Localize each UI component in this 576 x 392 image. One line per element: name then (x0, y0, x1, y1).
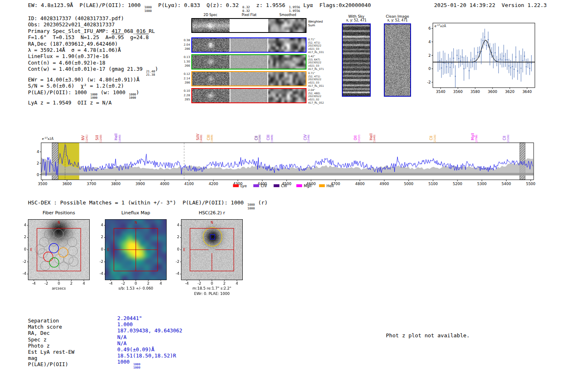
match-table-row: RA, Dec187.039438, 49.643062 (28, 330, 182, 336)
match-table-row: P(LAE)/P(OII)1000 10001000 (28, 361, 182, 371)
hsc-caption-mag: m:18.5 re:1.7" s:2.2" (173, 286, 251, 290)
axis-tick-label: 0 (96, 247, 103, 251)
svg-text:(1640): (1640) (118, 135, 121, 143)
spec2d-row (191, 37, 307, 53)
fiber-circle (59, 262, 69, 271)
svg-text:3800: 3800 (111, 182, 121, 186)
svg-text:(1260): (1260) (99, 135, 102, 143)
svg-text:(2326): (2326) (433, 135, 436, 143)
fiber-circle (69, 257, 78, 266)
detection-info-block: ID: 4028317337 (4028317337.pdf)Obs: 2023… (28, 15, 158, 106)
svg-text:(2798): (2798) (475, 135, 478, 143)
legend-swatch (296, 184, 302, 187)
svg-text:3620: 3620 (505, 90, 515, 94)
axis-tick-label: 0 (55, 281, 63, 285)
catalog-match-table: Separation2.20441"Match score1.000RA, De… (28, 318, 182, 372)
info-line: P(LAE)/P(OII): 1000 10001000 (w: 1000 10… (28, 89, 158, 100)
fiber-circle (68, 246, 78, 255)
hsc-caption-ewr: EWr: 0. PLAE: 1000 (173, 292, 251, 296)
info-line: EWr = 14.00(±3.90) (w: 4.80(±0.91))Å (28, 77, 158, 83)
svg-text:3700: 3700 (87, 182, 96, 186)
stacked-fraction: 10001000 (129, 93, 136, 100)
row-pixelflat-canvas (230, 55, 268, 69)
stacked-fraction: 10001000 (247, 203, 255, 210)
axis-tick-label: 4 (172, 223, 179, 227)
svg-text:E: E (30, 248, 32, 252)
photz-unavailable-note: Phot z plot not available. (386, 332, 470, 339)
axis-tick-label: 2 (19, 235, 26, 239)
match-table-value: N/A (117, 334, 127, 340)
lineflux-caption: s/b: 1.53 +/- 0.060 (97, 286, 175, 290)
axis-tick-label: -2 (172, 260, 179, 264)
row-2dspec-canvas (192, 72, 230, 86)
svg-text:Lyα: Lyα (240, 184, 247, 188)
hsc-cutout-panel: NE -4-4-2-2002244 (181, 219, 243, 280)
col-header-2dspec: 2D Spec (191, 13, 230, 17)
svg-text:3560: 3560 (453, 90, 462, 94)
weighted-sum-label: Weighted Sum (308, 20, 323, 27)
line-label: MgII (471, 133, 475, 140)
row-2dspec-canvas (192, 89, 230, 102)
row-fiber-info: 0.71"(52, 471)20230522v021_03417_RL_031 (308, 38, 328, 54)
svg-text:N: N (58, 221, 60, 225)
match-table-label: Est LyA rest-EW (28, 349, 117, 355)
axis-tick-label: 0 (172, 247, 179, 251)
with-sky-title: With Sky (342, 14, 371, 19)
weighted-sum-strip (191, 18, 307, 33)
row-weight-labels: 0.382.04286 (179, 38, 190, 51)
legend-swatch (274, 184, 279, 187)
info-line: Cont(n) = 4.60(±0.92)e-18 (28, 60, 158, 66)
match-table-value: 0.49(±0.09)Å (117, 346, 154, 353)
row-smoothed-canvas (268, 89, 306, 102)
svg-text:4100: 4100 (184, 182, 194, 186)
legend-swatch (233, 184, 239, 187)
match-table-value: 187.039438, 49.643062 (117, 327, 182, 334)
svg-text:3600: 3600 (488, 90, 497, 94)
selected-fiber-circle (44, 252, 53, 261)
row-pixelflat-canvas (230, 72, 268, 86)
fiber-circle (64, 255, 73, 264)
info-line: Obs: 20230522v021_4028317337 (28, 21, 158, 28)
svg-text:4800: 4800 (355, 182, 365, 186)
svg-text:4200: 4200 (209, 182, 218, 186)
info-line: RA,Dec (187.039612,49.642460) (28, 41, 158, 47)
emission-line-zoom-plot: -20246354035603580360036203640e-17x2Å (424, 19, 547, 101)
svg-text:5000: 5000 (404, 182, 413, 186)
axis-tick-label: -2 (119, 281, 128, 285)
svg-text:5200: 5200 (453, 182, 462, 186)
svg-text:(3727): (3727) (358, 135, 360, 143)
svg-text:E: E (107, 248, 109, 252)
full-spectrum-plot: 3500360037003800390040004100420043004400… (35, 119, 545, 194)
match-centroid-box (210, 234, 215, 239)
weighted-sum-2dspec-canvas (192, 19, 230, 32)
svg-text:3500: 3500 (38, 182, 47, 186)
svg-text:(1241): (1241) (85, 135, 88, 143)
line-label: CIII (266, 135, 270, 140)
gaussian-fit-curve (433, 40, 535, 62)
axis-tick-label: -4 (172, 271, 179, 276)
info-line: LyA z = 1.9549 OII z = N/A (28, 100, 158, 106)
line-label: CIII (207, 135, 211, 140)
info-line: λ = 3592.14Å σ = 4.78(±1.06)Å (28, 47, 158, 53)
weighted-sum-smoothed-canvas (268, 19, 306, 32)
line-label: CII (429, 136, 433, 140)
axis-tick-label: -4 (96, 271, 103, 276)
match-table-value: 2.20441" (117, 315, 142, 321)
row-fiber-info: 2.04"(52, 480)20230522v021_02417_RL_052 (308, 88, 328, 104)
noise-envelope (41, 157, 534, 176)
clean-image-canvas (385, 24, 410, 96)
svg-text:e-17x2Å: e-17x2Å (42, 137, 54, 141)
selected-fiber-circle (49, 258, 59, 267)
line-label: CII (502, 136, 506, 140)
row-fiber-info: 1.42"(53, 647)20230522v021_03417_RL_071 (308, 55, 328, 71)
info-line: LineFlux = 1.90(±0.37)e-16 (28, 53, 158, 59)
match-table-value: 18.51(18.50,18.52)R (117, 353, 176, 359)
stacked-fraction: 10001000 (144, 6, 152, 13)
axis-tick-label: -4 (107, 281, 115, 285)
fiber-circle (39, 237, 49, 247)
lineflux-map-title: Lineflux Map (97, 210, 175, 216)
row-weight-labels: 0.102.28285 (179, 89, 190, 102)
match-aperture-ring (203, 227, 222, 246)
row-weight-labels: 0.131.30266 (179, 55, 190, 68)
line-label: HeII (369, 133, 373, 140)
